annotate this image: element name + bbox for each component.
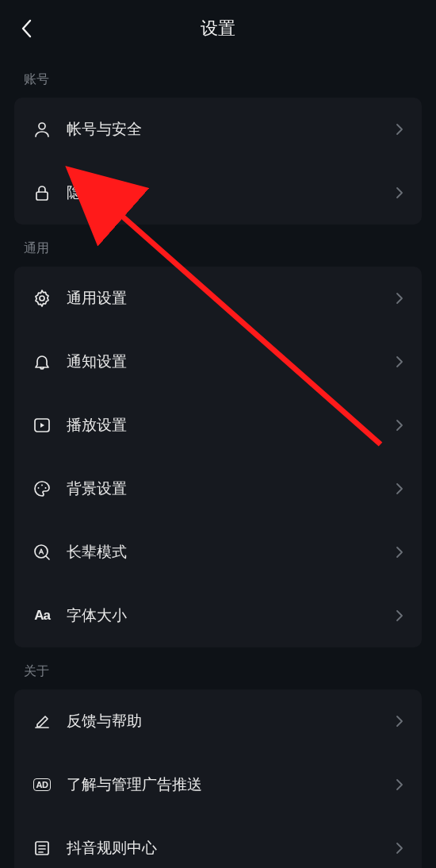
row-font-size[interactable]: Aa 字体大小 — [14, 584, 422, 647]
person-icon — [30, 117, 54, 141]
section-label-general: 通用 — [0, 225, 436, 267]
row-label: 通知设置 — [67, 351, 393, 372]
group-account: 帐号与安全 隐私设置 — [14, 98, 422, 225]
ad-icon: AD — [30, 773, 54, 797]
row-label: 背景设置 — [67, 478, 393, 499]
group-general: 通用设置 通知设置 播放设置 — [14, 267, 422, 647]
page-title: 设置 — [201, 17, 235, 40]
pencil-icon — [30, 709, 54, 733]
chevron-right-icon — [393, 123, 406, 136]
back-button[interactable] — [11, 13, 43, 44]
section-label-about: 关于 — [0, 647, 436, 689]
row-label: 反馈与帮助 — [67, 711, 393, 732]
play-icon — [30, 413, 54, 437]
row-label: 长辈模式 — [67, 542, 393, 563]
row-background-settings[interactable]: 背景设置 — [14, 457, 422, 520]
chevron-right-icon — [393, 609, 406, 622]
chevron-right-icon — [393, 715, 406, 728]
palette-icon — [30, 477, 54, 501]
svg-rect-1 — [36, 192, 48, 200]
row-playback-settings[interactable]: 播放设置 — [14, 394, 422, 457]
section-label-account: 账号 — [0, 57, 436, 98]
row-ad-management[interactable]: AD 了解与管理广告推送 — [14, 753, 422, 816]
row-douyin-rules-center[interactable]: 抖音规则中心 — [14, 816, 422, 868]
chevron-right-icon — [393, 546, 406, 559]
chevron-right-icon — [393, 419, 406, 432]
svg-point-0 — [39, 123, 45, 129]
svg-point-4 — [38, 487, 40, 489]
row-label: 抖音规则中心 — [67, 838, 393, 858]
row-notification-settings[interactable]: 通知设置 — [14, 330, 422, 394]
header: 设置 — [0, 0, 436, 57]
row-account-security[interactable]: 帐号与安全 — [14, 98, 422, 161]
row-privacy-settings[interactable]: 隐私设置 — [14, 161, 422, 225]
gear-icon — [30, 286, 54, 310]
row-label: 播放设置 — [67, 415, 393, 436]
chevron-right-icon — [393, 482, 406, 495]
font-size-icon: Aa — [30, 604, 54, 628]
row-elder-mode[interactable]: 长辈模式 — [14, 520, 422, 584]
svg-point-2 — [40, 296, 44, 301]
svg-point-5 — [41, 485, 43, 486]
chevron-right-icon — [393, 186, 406, 199]
rules-icon — [30, 836, 54, 860]
chevron-right-icon — [393, 842, 406, 855]
row-label: 通用设置 — [67, 288, 393, 309]
row-feedback-help[interactable]: 反馈与帮助 — [14, 689, 422, 753]
svg-point-6 — [45, 487, 47, 489]
bell-icon — [30, 350, 54, 374]
row-label: 字体大小 — [67, 605, 393, 626]
row-general-settings[interactable]: 通用设置 — [14, 267, 422, 330]
chevron-right-icon — [393, 292, 406, 305]
row-label: 隐私设置 — [67, 182, 393, 203]
lock-icon — [30, 181, 54, 205]
chevron-right-icon — [393, 778, 406, 791]
row-label: 了解与管理广告推送 — [67, 774, 393, 795]
group-about: 反馈与帮助 AD 了解与管理广告推送 抖音规则中心 — [14, 689, 422, 868]
chevron-right-icon — [393, 355, 406, 368]
row-label: 帐号与安全 — [67, 119, 393, 140]
back-icon — [20, 17, 34, 40]
magnify-a-icon — [30, 540, 54, 564]
